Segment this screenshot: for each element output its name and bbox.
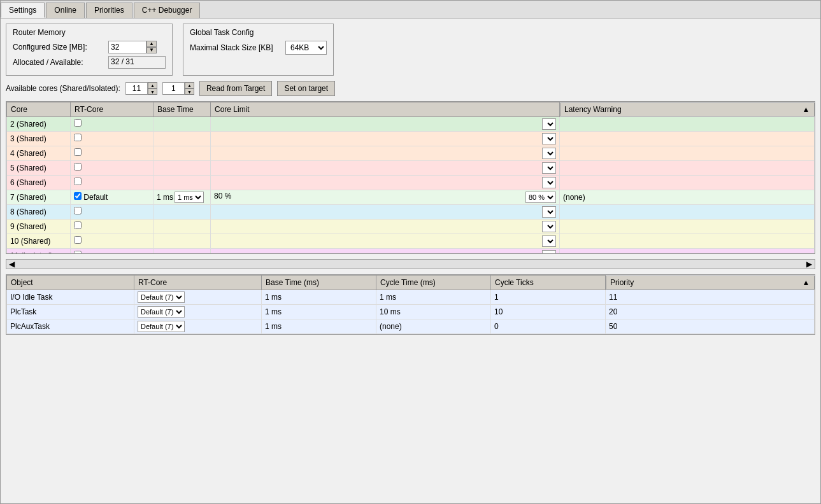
rt-core-checkbox[interactable] xyxy=(74,119,82,127)
core-name-cell: 11 (Isolated) xyxy=(7,248,71,254)
core-name-cell: 2 (Shared) xyxy=(7,116,71,131)
core-limit-cell[interactable] xyxy=(211,175,560,190)
core-limit-cell[interactable] xyxy=(211,234,560,248)
tab-settings[interactable]: Settings xyxy=(1,3,45,18)
rt-core-checkbox[interactable] xyxy=(74,207,82,214)
shared-cores-spin-up[interactable]: ▲ xyxy=(148,82,157,88)
task-priority-cell: 50 xyxy=(606,319,815,333)
task-rt-core-cell[interactable]: Default (7) xyxy=(134,319,262,333)
core-limit-cell[interactable] xyxy=(211,131,560,146)
isolated-cores-spin-up[interactable]: ▲ xyxy=(185,82,194,88)
core-limit-select[interactable] xyxy=(542,148,556,159)
core-limit-select[interactable] xyxy=(542,162,556,174)
core-limit-select[interactable] xyxy=(542,133,556,144)
base-time-cell xyxy=(153,219,211,234)
configured-size-label: Configured Size [MB]: xyxy=(13,43,108,52)
max-stack-label: Maximal Stack Size [KB] xyxy=(190,43,285,52)
base-time-cell xyxy=(153,175,211,190)
configured-size-input-group: ▲ ▼ xyxy=(108,41,157,53)
allocated-value: 32 / 31 xyxy=(108,56,166,69)
rt-core-cell[interactable] xyxy=(71,204,153,219)
horizontal-scrollbar[interactable]: ◀ ▶ xyxy=(6,259,815,269)
configured-size-spin-up[interactable]: ▲ xyxy=(146,41,157,47)
task-rt-core-cell[interactable]: Default (7) xyxy=(134,290,262,304)
latency-warning-cell xyxy=(560,204,815,219)
rt-core-select[interactable]: Default (7) xyxy=(138,291,185,303)
rt-core-checkbox[interactable] xyxy=(74,251,82,254)
rt-core-checkbox[interactable] xyxy=(74,163,82,171)
tab-priorities[interactable]: Priorities xyxy=(86,3,132,18)
rt-core-cell[interactable] xyxy=(71,175,153,190)
isolated-cores-spin-down[interactable]: ▼ xyxy=(185,88,194,95)
core-name-cell: 6 (Shared) xyxy=(7,175,71,190)
core-limit-cell[interactable] xyxy=(211,116,560,131)
core-limit-select[interactable] xyxy=(542,221,556,232)
core-table-row: 8 (Shared) xyxy=(7,204,815,219)
core-limit-select[interactable] xyxy=(542,177,556,188)
task-base-time-cell: 1 ms xyxy=(262,319,376,333)
max-stack-select[interactable]: 32KB 64KB 128KB 256KB xyxy=(285,41,327,55)
shared-cores-input[interactable] xyxy=(125,82,148,95)
task-rt-core-cell[interactable]: Default (7) xyxy=(134,304,262,319)
task-cycle-time-cell: 1 ms xyxy=(376,290,491,304)
rt-core-cell[interactable] xyxy=(71,234,153,248)
content-area: Router Memory Configured Size [MB]: ▲ ▼ … xyxy=(1,18,820,503)
rt-core-checkbox[interactable] xyxy=(74,148,82,156)
rt-core-cell[interactable] xyxy=(71,248,153,254)
base-time-cell xyxy=(153,131,211,146)
core-limit-cell[interactable] xyxy=(211,219,560,234)
core-limit-select[interactable] xyxy=(542,206,556,218)
rt-core-cell[interactable] xyxy=(71,146,153,160)
rt-core-checkbox[interactable] xyxy=(74,221,82,229)
set-on-target-button[interactable]: Set on target xyxy=(277,81,335,96)
read-from-target-button[interactable]: Read from Target xyxy=(199,81,273,96)
col-rt-core: RT-Core xyxy=(71,102,153,117)
task-col-rt-core: RT-Core xyxy=(134,276,262,290)
latency-warning-cell: (none) xyxy=(560,190,815,204)
core-limit-cell[interactable]: 80 %80 % xyxy=(211,190,560,204)
shared-cores-spin-down[interactable]: ▼ xyxy=(148,88,157,95)
core-limit-cell[interactable] xyxy=(211,248,560,254)
task-table-header: Object RT-Core Base Time (ms) Cycle Time… xyxy=(7,276,815,290)
task-cycle-ticks-cell: 1 xyxy=(491,290,606,304)
configured-size-input[interactable] xyxy=(108,41,146,53)
tab-cpp-debugger[interactable]: C++ Debugger xyxy=(134,3,201,18)
rt-core-checkbox[interactable] xyxy=(74,236,82,244)
core-limit-select[interactable]: 80 % xyxy=(525,192,556,203)
core-limit-cell[interactable] xyxy=(211,146,560,160)
core-limit-cell[interactable] xyxy=(211,204,560,219)
isolated-cores-input[interactable] xyxy=(162,82,185,95)
base-time-select[interactable]: 1 ms xyxy=(175,192,204,203)
rt-core-checkbox[interactable] xyxy=(74,192,82,200)
rt-core-select[interactable]: Default (7) xyxy=(138,321,185,332)
tab-online[interactable]: Online xyxy=(46,3,85,18)
core-table-container[interactable]: Core RT-Core Base Time Core Limit Latenc… xyxy=(6,101,815,254)
core-limit-select[interactable] xyxy=(542,118,556,130)
core-table-row: 4 (Shared) xyxy=(7,146,815,160)
rt-core-checkbox[interactable] xyxy=(74,134,82,141)
core-limit-cell[interactable] xyxy=(211,160,560,175)
rt-core-checkbox[interactable] xyxy=(74,178,82,185)
configured-size-spin-down[interactable]: ▼ xyxy=(146,47,157,53)
rt-core-cell[interactable] xyxy=(71,160,153,175)
rt-core-cell[interactable]: Default xyxy=(71,190,153,204)
latency-warning-cell xyxy=(560,248,815,254)
core-table-row: 10 (Shared) xyxy=(7,234,815,248)
task-base-time-cell: 1 ms xyxy=(262,304,376,319)
rt-core-cell[interactable] xyxy=(71,116,153,131)
core-limit-select[interactable] xyxy=(542,250,556,255)
rt-core-cell[interactable] xyxy=(71,131,153,146)
configured-size-row: Configured Size [MB]: ▲ ▼ xyxy=(13,41,166,53)
task-table-row: PlcTaskDefault (7)1 ms10 ms1020 xyxy=(7,304,815,319)
core-name-cell: 10 (Shared) xyxy=(7,234,71,248)
latency-warning-cell xyxy=(560,131,815,146)
base-time-cell: 1 ms1 ms xyxy=(153,190,211,204)
rt-core-cell[interactable] xyxy=(71,219,153,234)
latency-warning-cell xyxy=(560,234,815,248)
task-base-time-cell: 1 ms xyxy=(262,290,376,304)
core-limit-select[interactable] xyxy=(542,235,556,247)
rt-core-select[interactable]: Default (7) xyxy=(138,306,185,318)
col-core: Core xyxy=(7,102,71,117)
allocated-label: Allocated / Available: xyxy=(13,58,108,67)
task-table-container[interactable]: Object RT-Core Base Time (ms) Cycle Time… xyxy=(6,274,815,335)
